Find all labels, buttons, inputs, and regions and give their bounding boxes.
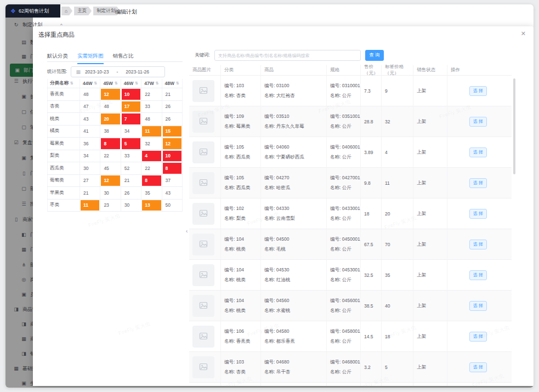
action-cell: 选 择: [447, 260, 509, 290]
spec-name: 名称: 公斤: [330, 185, 360, 191]
table-row: 编号: 104名称: 桃类编号: 04500名称: 毛桃编号: 0450001名…: [189, 229, 512, 260]
category-cell: 编号: 104名称: 桃类: [221, 291, 261, 321]
product-image-placeholder: [192, 141, 214, 163]
price-cell: 9.8: [361, 168, 382, 198]
breadcrumb-tag-home[interactable]: 主页: [74, 7, 92, 15]
select-button[interactable]: 选 择: [469, 362, 487, 372]
products-header-cell: 分类: [221, 65, 261, 75]
select-button[interactable]: 选 择: [469, 332, 487, 342]
sort-icon[interactable]: ⇅: [176, 81, 179, 86]
date-end[interactable]: 2023-11-26: [126, 69, 149, 75]
heatmap-cell: 8: [162, 162, 183, 174]
heatmap-cell: 12: [100, 175, 121, 187]
heatmap-row: 葡萄类271221837: [47, 175, 183, 188]
sort-icon[interactable]: ⇅: [156, 81, 159, 86]
spec-cell: 编号: 0453001名称: 公斤: [327, 260, 361, 290]
spec-name: 名称: 公斤: [330, 154, 360, 161]
heatmap-category-label: 苹果类: [47, 187, 80, 199]
heatmap-header-week: 47W⇅: [141, 79, 162, 88]
empty-cell: [221, 383, 261, 386]
heatmap-cell: 35: [141, 187, 162, 199]
action-cell: 选 择: [447, 168, 509, 198]
sort-icon[interactable]: ⇅: [135, 81, 138, 86]
heatmap-cell: 22: [100, 150, 121, 162]
price-cell: 32.5: [361, 260, 382, 290]
heatmap-highlight-cell: 12: [101, 175, 120, 186]
heatmap-category-label: 橘类: [47, 126, 80, 138]
heatmap-cell: 22: [141, 162, 162, 174]
product-image-cell: [189, 291, 221, 321]
heatmap-cell: 30: [100, 187, 121, 199]
date-separator: -: [116, 69, 118, 75]
table-row: 编号: 105名称: 西瓜类编号: 04270名称: 哈密瓜编号: 042700…: [189, 168, 512, 198]
heatmap-highlight-cell: 5: [122, 138, 140, 149]
table-row: 编号: 102名称: 梨类编号: 04330名称: 云南雪梨编号: 043300…: [189, 198, 512, 229]
category-cell: 编号: 103名称: 杏类: [221, 352, 261, 382]
status-cell: 上架: [413, 76, 447, 106]
select-button[interactable]: 选 择: [469, 178, 487, 188]
heatmap-header-week: 46W⇅: [121, 79, 141, 88]
heatmap-value: 30: [121, 202, 129, 208]
heatmap-cell: 17: [121, 101, 141, 113]
heatmap-cell: 30: [80, 162, 100, 174]
product-image-cell: [189, 76, 221, 106]
spec-name: 名称: 公斤: [330, 277, 360, 283]
heatmap-row: 桃类432074826: [47, 113, 183, 126]
category-name: 名称: 莓果类: [224, 123, 260, 130]
product-image-cell: [189, 383, 221, 386]
heatmap-cell: 33: [121, 150, 141, 162]
product-image-cell: [189, 137, 221, 167]
category-name: 名称: 香蕉类: [224, 338, 260, 345]
empty-cell: [447, 383, 509, 386]
pane-collapse-handle[interactable]: ‹: [186, 228, 188, 234]
heatmap-cell: 30: [121, 200, 141, 212]
products-header-cell: 售价（元）: [361, 65, 382, 75]
tab-实需矩阵图[interactable]: 实需矩阵图: [77, 53, 104, 64]
close-icon[interactable]: ✕: [521, 30, 526, 37]
select-button[interactable]: 选 择: [469, 209, 487, 219]
heatmap-cell: 48: [80, 88, 100, 100]
modal-dim-overlay: [33, 386, 534, 388]
heatmap-value: 26: [121, 190, 129, 196]
select-button[interactable]: 选 择: [469, 117, 487, 127]
image-icon: [199, 178, 208, 188]
sort-icon[interactable]: ⇅: [115, 81, 118, 86]
home-icon[interactable]: ⌂: [61, 7, 72, 15]
tab-默认分类[interactable]: 默认分类: [47, 53, 68, 64]
empty-cell: [413, 383, 447, 386]
select-button[interactable]: 选 择: [469, 301, 487, 311]
sort-icon[interactable]: ⇅: [94, 81, 97, 86]
breadcrumb: ⌂ 主页 制定计划: [61, 6, 120, 16]
category-no: 编号: 104: [224, 267, 260, 274]
heatmap-cell: 22: [141, 88, 162, 100]
product-image-placeholder: [192, 111, 214, 133]
keyword-input[interactable]: [214, 50, 361, 61]
select-button[interactable]: 选 择: [469, 147, 487, 157]
heatmap-highlight-cell: 11: [81, 200, 99, 211]
price-cell: 3.2: [361, 352, 382, 382]
table-scrollbar[interactable]: [513, 78, 515, 174]
search-button[interactable]: 查 询: [365, 50, 384, 61]
product-cell: 编号: 04680名称: 吊干杏: [261, 352, 327, 382]
select-button[interactable]: 选 择: [469, 270, 487, 280]
date-range-picker[interactable]: ▦ 2023-10-23 - 2023-11-26: [71, 66, 165, 77]
date-start[interactable]: 2023-10-23: [85, 69, 109, 75]
select-button[interactable]: 选 择: [469, 240, 487, 249]
heatmap-highlight-cell: 8: [163, 163, 181, 174]
spec-no: 编号: 0468001: [330, 359, 360, 366]
stat-range-label: 统计范围:: [47, 69, 67, 75]
tab-销售占比[interactable]: 销售占比: [113, 53, 134, 64]
spec-no: 编号: 0427001: [330, 175, 360, 181]
spec-name: 名称: 公斤: [330, 246, 360, 253]
price-cell: 28.8: [361, 106, 382, 137]
category-no: 编号: 103: [224, 83, 260, 89]
product-image-cell: [189, 260, 221, 290]
product-cell: 编号: 04270名称: 哈密瓜: [261, 168, 327, 198]
product-no: 编号: 03100: [264, 83, 326, 89]
sort-icon[interactable]: ⇅: [70, 81, 73, 86]
watermark: FireFly 萤火虫: [87, 212, 121, 229]
spec-no: 编号: 0458001: [330, 328, 360, 335]
heatmap-highlight-cell: 20: [101, 113, 120, 124]
select-button[interactable]: 选 择: [469, 86, 487, 96]
empty-cell: [261, 383, 327, 386]
